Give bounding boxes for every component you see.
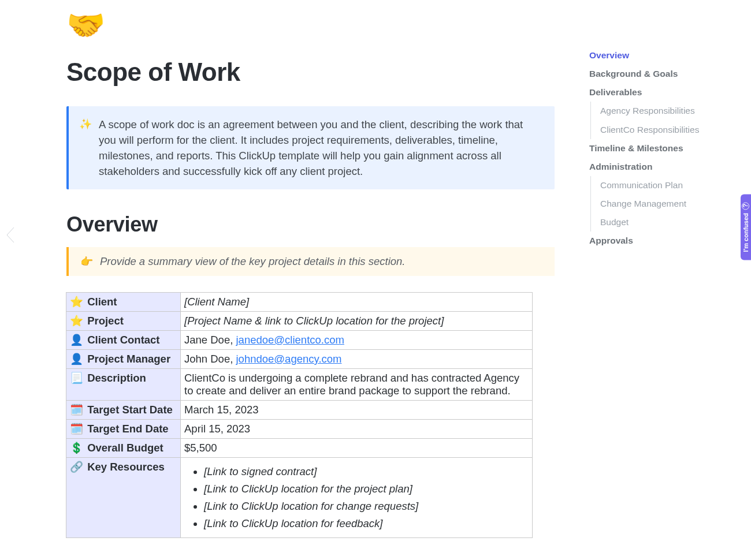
row-value[interactable]: $5,500 [181,439,533,458]
person-icon: 👤 [70,334,83,346]
table-row: 🔗 Key Resources [Link to signed contract… [66,458,533,538]
star-icon: ⭐ [70,315,83,327]
row-value[interactable]: [Project Name & link to ClickUp location… [184,315,444,327]
page-title: Scope of Work [66,58,555,87]
confused-tab[interactable]: I'm confused ? [741,194,751,260]
resource-link[interactable]: [Link to ClickUp location for the projec… [204,483,527,495]
row-label: Target End Date [87,423,168,435]
row-value[interactable]: John Doe, johndoe@agency.com [181,350,533,369]
row-label: Target Start Date [87,404,173,416]
toc-item-approvals[interactable]: Approvals [589,232,739,250]
row-value[interactable]: [Link to signed contract] [Link to Click… [181,458,533,538]
toc-sub-budget[interactable]: Budget [590,213,739,232]
toc-sub-communication[interactable]: Communication Plan [590,176,739,195]
row-label: Overall Budget [87,442,163,454]
row-value[interactable]: Jane Doe, janedoe@clientco.com [181,331,533,350]
table-row: 🗓️ Target End Date April 15, 2023 [66,420,533,439]
table-row: 🗓️ Target Start Date March 15, 2023 [66,401,533,420]
overview-hint-text: Provide a summary view of the key projec… [100,255,406,268]
toc-item-administration[interactable]: Administration [589,158,739,176]
calendar-icon: 🗓️ [70,423,83,435]
resource-link[interactable]: [Link to ClickUp location for feedback] [204,517,527,530]
table-row: ⭐ Client [Client Name] [66,293,533,312]
toc-item-background[interactable]: Background & Goals [589,65,739,83]
toc-sub-clientco[interactable]: ClientCo Responsibilities [590,121,739,139]
table-row: 👤 Client Contact Jane Doe, janedoe@clien… [66,331,533,350]
row-label: Client [87,296,117,308]
intro-callout: ✨ A scope of work doc is an agreement be… [66,106,555,189]
person-icon: 👤 [70,353,83,365]
star-icon: ⭐ [70,296,83,308]
toc-sub-change[interactable]: Change Management [590,195,739,213]
table-row: 📃 Description ClientCo is undergoing a c… [66,369,533,401]
overview-table: ⭐ Client [Client Name] ⭐ Project [Projec… [66,292,533,538]
row-label: Project [87,315,124,327]
link-icon: 🔗 [70,461,83,473]
row-value[interactable]: April 15, 2023 [181,420,533,439]
doc-icon[interactable]: 🤝 [66,9,555,40]
toc-item-deliverables[interactable]: Deliverables [589,83,739,102]
row-label: Project Manager [87,353,170,365]
row-label: Key Resources [87,461,165,473]
row-label: Client Contact [87,334,159,346]
toc-item-timeline[interactable]: Timeline & Milestones [589,139,739,158]
intro-callout-text: A scope of work doc is an agreement betw… [99,117,541,179]
confused-label: I'm confused [742,213,749,252]
calendar-icon: 🗓️ [70,404,83,416]
row-label: Description [87,372,146,384]
pointer-icon: 👉 [80,255,93,268]
prev-arrow[interactable] [5,226,21,242]
toc-item-overview[interactable]: Overview [589,46,739,65]
sparkles-icon: ✨ [79,117,92,179]
table-row: 👤 Project Manager John Doe, johndoe@agen… [66,350,533,369]
client-contact-email[interactable]: janedoe@clientco.com [236,334,344,346]
project-manager-email[interactable]: johndoe@agency.com [236,353,341,365]
table-of-contents: Overview Background & Goals Deliverables… [555,0,739,560]
resource-link[interactable]: [Link to signed contract] [204,465,527,478]
row-value[interactable]: [Client Name] [184,296,249,308]
chevron-left-icon [5,226,18,244]
overview-heading: Overview [66,212,555,237]
resource-link[interactable]: [Link to ClickUp location for change req… [204,500,527,513]
help-icon: ? [742,202,749,210]
overview-hint: 👉 Provide a summary view of the key proj… [66,247,555,276]
table-row: ⭐ Project [Project Name & link to ClickU… [66,312,533,331]
row-value[interactable]: March 15, 2023 [181,401,533,420]
row-value[interactable]: ClientCo is undergoing a complete rebran… [181,369,533,401]
toc-sub-agency[interactable]: Agency Responsibilities [590,102,739,120]
page-icon: 📃 [70,372,83,384]
table-row: 💲 Overall Budget $5,500 [66,439,533,458]
dollar-icon: 💲 [70,442,83,454]
